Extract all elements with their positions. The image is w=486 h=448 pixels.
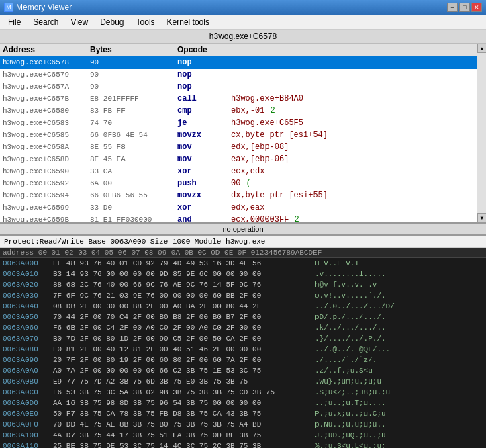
disasm-row[interactable]: h3wog.exe+C657A90nop — [0, 81, 486, 93]
protect-bar: Protect:Read/Write Base=0063A000 Size=10… — [0, 236, 486, 248]
menu-bar: File Search View Debug Tools Kernel tool… — [0, 15, 486, 30]
hex-ascii: %.;u.S<u.L<u,;u; — [315, 442, 386, 448]
disasm-operand: dx,byte ptr [esi+55] — [231, 191, 328, 200]
title-bar-left: M Memory Viewer — [4, 3, 72, 12]
hex-row[interactable]: 0063A02088 68 2C 76 40 00 66 9C 76 AE 9C… — [0, 279, 486, 290]
disasm-addr: h3wog.exe+C6578 — [3, 58, 90, 66]
hex-ascii: ..;u..;u.T;u.... — [315, 399, 386, 407]
disasm-opcode: movzx — [177, 191, 231, 200]
disasm-row[interactable]: h3wog.exe+C659033 CAxorecx,edx — [0, 165, 486, 177]
hex-rows: 0063A000EF 48 93 76 40 01 CD 92 79 4D 49… — [0, 258, 486, 448]
scroll-up-button[interactable]: ▲ — [477, 44, 486, 53]
hex-row[interactable]: 0063A0C0F6 53 3B 75 3C 5A 3B 02 9B 3B 75… — [0, 387, 486, 398]
hex-row[interactable]: 0063A1004A D7 3B 75 44 17 3B 75 51 EA 3B… — [0, 430, 486, 441]
hex-bytes: E0 81 2F 00 40 12 81 2F 00 40 51 46 2F 0… — [53, 345, 315, 353]
disasm-operand: edx,[ebp-08] — [231, 142, 289, 152]
disasm-addr: h3wog.exe+C657B — [3, 95, 90, 103]
hex-bytes: F6 53 3B 75 3C 5A 3B 02 9B 3B 75 38 3B 7… — [53, 388, 315, 396]
hex-ascii: ../.@../. @QF/... — [315, 345, 390, 353]
hex-bytes: 50 F7 3B 75 CA 78 3B 75 FB D8 3B 75 CA 4… — [53, 410, 315, 418]
hex-row[interactable]: 0063A0E050 F7 3B 75 CA 78 3B 75 FB D8 3B… — [0, 408, 486, 419]
disasm-opcode: nop — [177, 58, 231, 67]
disasm-addr: h3wog.exe+C6580 — [3, 107, 90, 115]
hex-ascii: .z/..f.;u.S<u — [315, 367, 373, 375]
menu-tools[interactable]: Tools — [131, 15, 160, 29]
hex-ascii: o.v!..v.....`./. — [315, 292, 386, 300]
hex-row[interactable]: 0063A0307F 6F 9C 76 21 03 9E 76 00 00 00… — [0, 290, 486, 301]
disasm-row[interactable]: h3wog.exe+C657890nop — [0, 56, 486, 69]
hex-row[interactable]: 0063A000EF 48 93 76 40 01 CD 92 79 4D 49… — [0, 258, 486, 269]
disasm-row[interactable]: h3wog.exe+C658A8E 55 F8movedx,[ebp-08] — [0, 141, 486, 153]
hex-row[interactable]: 0063A0B0E9 77 75 7D A2 3B 75 6D 3B 75 E0… — [0, 376, 486, 387]
disasm-bytes: 90 — [90, 58, 177, 66]
col-opcode: Opcode — [177, 45, 483, 54]
menu-debug[interactable]: Debug — [95, 15, 129, 29]
hex-row[interactable]: 0063A080E0 81 2F 00 40 12 81 2F 00 40 51… — [0, 344, 486, 355]
hex-bytes: 4A D7 3B 75 44 17 3B 75 51 EA 3B 75 0D B… — [53, 431, 315, 439]
disasm-row[interactable]: h3wog.exe+C657990nop — [0, 69, 486, 81]
disasm-operand: edx,eax — [231, 203, 264, 212]
window-title: Memory Viewer — [16, 3, 72, 12]
hex-row[interactable]: 0063A0F070 DD 4E 75 AE 8B 3B 75 B0 75 3B… — [0, 419, 486, 430]
menu-file[interactable]: File — [3, 15, 26, 29]
disasm-comment: 2 — [270, 106, 275, 116]
disasm-addr: h3wog.exe+C658A — [3, 143, 90, 151]
close-button[interactable]: ✕ — [471, 3, 482, 12]
hex-row[interactable]: 0063A09020 7F 2F 00 80 19 2F 00 60 80 2F… — [0, 355, 486, 365]
disasm-row[interactable]: h3wog.exe+C658083 FB FFcmpebx,-012 — [0, 105, 486, 117]
disasm-comment: ( — [246, 179, 250, 188]
disasm-operand-wrap: ecx,edx — [231, 167, 483, 176]
disasm-row[interactable]: h3wog.exe+C658566 0FB6 4E 54movzxcx,byte… — [0, 129, 486, 141]
hex-bytes: EF 48 93 76 40 01 CD 92 79 4D 49 53 16 3… — [53, 259, 315, 267]
disasm-operand-wrap: eax,[ebp-06] — [231, 154, 483, 164]
hex-bytes: 20 7F 2F 00 80 19 2F 00 60 80 2F 00 60 7… — [53, 356, 315, 364]
hex-row[interactable]: 0063A060F6 6B 2F 00 C4 2F 00 A0 C0 2F 00… — [0, 322, 486, 333]
disasm-operand: cx,byte ptr [esi+54] — [231, 130, 328, 140]
disasm-opcode: call — [177, 94, 231, 103]
disasm-row[interactable]: h3wog.exe+C659933 D0xoredx,eax — [0, 201, 486, 214]
disasm-bytes: 66 0FB6 56 55 — [90, 191, 177, 199]
disasm-operand-wrap: 00( — [231, 179, 483, 188]
maximize-button[interactable]: □ — [459, 3, 470, 12]
hex-addr: 0063A000 — [3, 259, 53, 267]
disasm-row[interactable]: h3wog.exe+C65926A 00push00( — [0, 177, 486, 189]
menu-search[interactable]: Search — [28, 15, 64, 29]
scroll-down-button[interactable]: ▼ — [477, 213, 486, 222]
disasm-bytes: 6A 00 — [90, 179, 177, 187]
hex-addr: 0063A0C0 — [3, 388, 53, 396]
title-controls: − □ ✕ — [447, 3, 482, 12]
disasm-addr: h3wog.exe+C6599 — [3, 204, 90, 212]
hex-bytes: E9 77 75 7D A2 3B 75 6D 3B 75 E0 3B 75 3… — [53, 377, 315, 386]
disasm-addr: h3wog.exe+C659B — [3, 216, 90, 222]
disasm-operand-wrap: edx,eax — [231, 203, 483, 212]
disasm-bytes: 33 CA — [90, 167, 177, 175]
disasm-row[interactable]: h3wog.exe+C657BE8 201FFFFFcallh3wog.exe+… — [0, 93, 486, 105]
hex-row[interactable]: 0063A010B3 14 93 76 00 00 00 00 9D 85 9E… — [0, 269, 486, 279]
disasm-opcode: cmp — [177, 106, 231, 116]
hex-header: address 00 01 02 03 04 05 06 07 08 09 0A… — [0, 248, 486, 258]
hex-row[interactable]: 0063A070B0 7D 2F 00 80 1D 2F 00 90 C5 2F… — [0, 333, 486, 344]
hex-row[interactable]: 0063A05070 44 2F 00 70 C4 2F 00 B0 B8 2F… — [0, 312, 486, 322]
disasm-row[interactable]: h3wog.exe+C659466 0FB6 56 55movzxdx,byte… — [0, 189, 486, 201]
hex-ascii: .wu}.;um;u.;u;u — [315, 377, 381, 386]
hex-row[interactable]: 0063A04008 DB 2F 00 30 00 B8 2F 00 A0 BA… — [0, 301, 486, 312]
disasm-row[interactable]: h3wog.exe+C658D8E 45 FAmoveax,[ebp-06] — [0, 153, 486, 165]
hex-bytes: 70 44 2F 00 70 C4 2F 00 B0 B8 2F 00 B0 B… — [53, 313, 315, 321]
hex-row[interactable]: 0063A11025 BE 3B 75 DE 53 3C 75 14 4C 3C… — [0, 441, 486, 448]
protect-text: Protect:Read/Write Base=0063A000 Size=10… — [4, 238, 265, 246]
menu-kernel-tools[interactable]: Kernel tools — [162, 15, 215, 29]
disasm-opcode: nop — [177, 82, 231, 91]
disasm-row[interactable]: h3wog.exe+C658374 70jeh3wog.exe+C65F5 — [0, 117, 486, 129]
hex-addr: 0063A0F0 — [3, 420, 53, 429]
disasm-scrollbar[interactable]: ▲ ▼ — [477, 44, 486, 222]
menu-view[interactable]: View — [65, 15, 93, 29]
hex-row[interactable]: 0063A0A0A0 7A 2F 00 00 00 00 00 66 C2 3B… — [0, 365, 486, 376]
col-bytes: Bytes — [90, 45, 177, 54]
hex-addr: 0063A090 — [3, 356, 53, 364]
hex-row[interactable]: 0063A0D0AA 16 3B 75 98 8D 3B 75 96 54 3B… — [0, 398, 486, 408]
minimize-button[interactable]: − — [447, 3, 458, 12]
disasm-addr: h3wog.exe+C6583 — [3, 119, 90, 127]
disasm-operand: h3wog.exe+C65F5 — [231, 118, 303, 128]
disasm-row[interactable]: h3wog.exe+C659B81 E1 FF030000andecx,0000… — [0, 214, 486, 222]
hex-bytes: 70 DD 4E 75 AE 8B 3B 75 B0 75 3B 75 3B 7… — [53, 420, 315, 429]
